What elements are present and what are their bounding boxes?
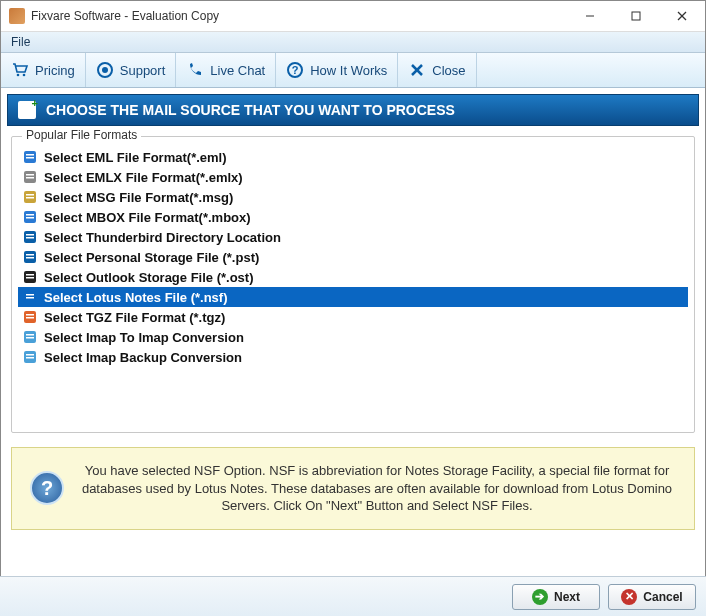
group-legend: Popular File Formats	[22, 128, 141, 142]
svg-rect-1	[632, 12, 640, 20]
phone-icon	[186, 61, 204, 79]
svg-point-5	[23, 74, 26, 77]
file-format-icon	[22, 229, 38, 245]
format-option[interactable]: Select Personal Storage File (*.pst)	[18, 247, 688, 267]
cancel-button[interactable]: ✕ Cancel	[608, 584, 696, 610]
cancel-label: Cancel	[643, 590, 682, 604]
svg-rect-19	[26, 194, 34, 196]
svg-rect-16	[26, 174, 34, 176]
format-option[interactable]: Select Lotus Notes File (*.nsf)	[18, 287, 688, 307]
header-text: CHOOSE THE MAIL SOURCE THAT YOU WANT TO …	[46, 102, 455, 118]
svg-point-7	[102, 67, 108, 73]
info-message: You have selected NSF Option. NSF is abb…	[78, 462, 676, 515]
header-banner: CHOOSE THE MAIL SOURCE THAT YOU WANT TO …	[7, 94, 699, 126]
svg-rect-37	[26, 314, 34, 316]
svg-rect-25	[26, 234, 34, 236]
format-option[interactable]: Select EML File Format(*.eml)	[18, 147, 688, 167]
next-label: Next	[554, 590, 580, 604]
svg-rect-44	[26, 357, 34, 359]
toolbar: Pricing Support Live Chat ? How It Works…	[1, 53, 705, 88]
svg-rect-35	[26, 297, 34, 299]
howitworks-button[interactable]: ? How It Works	[276, 53, 398, 87]
svg-rect-31	[26, 274, 34, 276]
window-title: Fixvare Software - Evaluation Copy	[31, 9, 567, 23]
maximize-button[interactable]	[613, 1, 659, 31]
svg-rect-34	[26, 294, 34, 296]
format-label: Select EML File Format(*.eml)	[44, 150, 227, 165]
format-label: Select Thunderbird Directory Location	[44, 230, 281, 245]
svg-rect-14	[26, 157, 34, 159]
app-icon	[9, 8, 25, 24]
cart-icon	[11, 61, 29, 79]
format-option[interactable]: Select Imap Backup Conversion	[18, 347, 688, 367]
menu-bar: File	[1, 32, 705, 53]
svg-text:?: ?	[292, 64, 299, 76]
format-label: Select TGZ File Format (*.tgz)	[44, 310, 225, 325]
support-button[interactable]: Support	[86, 53, 177, 87]
file-format-icon	[22, 329, 38, 345]
format-option[interactable]: Select MSG File Format(*.msg)	[18, 187, 688, 207]
next-button[interactable]: ➔ Next	[512, 584, 600, 610]
file-format-icon	[22, 309, 38, 325]
file-format-icon	[22, 269, 38, 285]
question-icon: ?	[286, 61, 304, 79]
next-arrow-icon: ➔	[532, 589, 548, 605]
close-label: Close	[432, 63, 465, 78]
howitworks-label: How It Works	[310, 63, 387, 78]
document-add-icon	[18, 101, 36, 119]
format-label: Select Personal Storage File (*.pst)	[44, 250, 259, 265]
pricing-label: Pricing	[35, 63, 75, 78]
svg-point-4	[17, 74, 20, 77]
close-button[interactable]: Close	[398, 53, 476, 87]
svg-rect-38	[26, 317, 34, 319]
close-icon	[408, 61, 426, 79]
svg-rect-41	[26, 337, 34, 339]
livechat-button[interactable]: Live Chat	[176, 53, 276, 87]
title-bar: Fixvare Software - Evaluation Copy	[1, 1, 705, 32]
format-option[interactable]: Select EMLX File Format(*.emlx)	[18, 167, 688, 187]
format-label: Select MBOX File Format(*.mbox)	[44, 210, 251, 225]
support-icon	[96, 61, 114, 79]
file-format-icon	[22, 349, 38, 365]
svg-rect-23	[26, 217, 34, 219]
minimize-button[interactable]	[567, 1, 613, 31]
svg-rect-32	[26, 277, 34, 279]
svg-rect-40	[26, 334, 34, 336]
cancel-x-icon: ✕	[621, 589, 637, 605]
format-label: Select Lotus Notes File (*.nsf)	[44, 290, 227, 305]
format-label: Select EMLX File Format(*.emlx)	[44, 170, 243, 185]
pricing-button[interactable]: Pricing	[1, 53, 86, 87]
format-label: Select Imap To Imap Conversion	[44, 330, 244, 345]
format-option[interactable]: Select Imap To Imap Conversion	[18, 327, 688, 347]
file-formats-group: Popular File Formats Select EML File For…	[11, 136, 695, 433]
svg-rect-29	[26, 257, 34, 259]
file-format-icon	[22, 189, 38, 205]
format-label: Select Imap Backup Conversion	[44, 350, 242, 365]
menu-file[interactable]: File	[1, 35, 40, 49]
format-option[interactable]: Select Thunderbird Directory Location	[18, 227, 688, 247]
file-format-icon	[22, 289, 38, 305]
format-option[interactable]: Select Outlook Storage File (*.ost)	[18, 267, 688, 287]
file-format-icon	[22, 149, 38, 165]
format-label: Select MSG File Format(*.msg)	[44, 190, 233, 205]
svg-rect-43	[26, 354, 34, 356]
footer-bar: ➔ Next ✕ Cancel	[0, 576, 706, 616]
info-icon: ?	[30, 471, 64, 505]
format-label: Select Outlook Storage File (*.ost)	[44, 270, 253, 285]
info-panel: ? You have selected NSF Option. NSF is a…	[11, 447, 695, 530]
file-format-icon	[22, 169, 38, 185]
svg-rect-22	[26, 214, 34, 216]
svg-rect-17	[26, 177, 34, 179]
svg-rect-20	[26, 197, 34, 199]
close-window-button[interactable]	[659, 1, 705, 31]
livechat-label: Live Chat	[210, 63, 265, 78]
support-label: Support	[120, 63, 166, 78]
format-list: Select EML File Format(*.eml)Select EMLX…	[18, 147, 688, 367]
svg-rect-26	[26, 237, 34, 239]
file-format-icon	[22, 249, 38, 265]
file-format-icon	[22, 209, 38, 225]
svg-rect-28	[26, 254, 34, 256]
svg-rect-13	[26, 154, 34, 156]
format-option[interactable]: Select TGZ File Format (*.tgz)	[18, 307, 688, 327]
format-option[interactable]: Select MBOX File Format(*.mbox)	[18, 207, 688, 227]
